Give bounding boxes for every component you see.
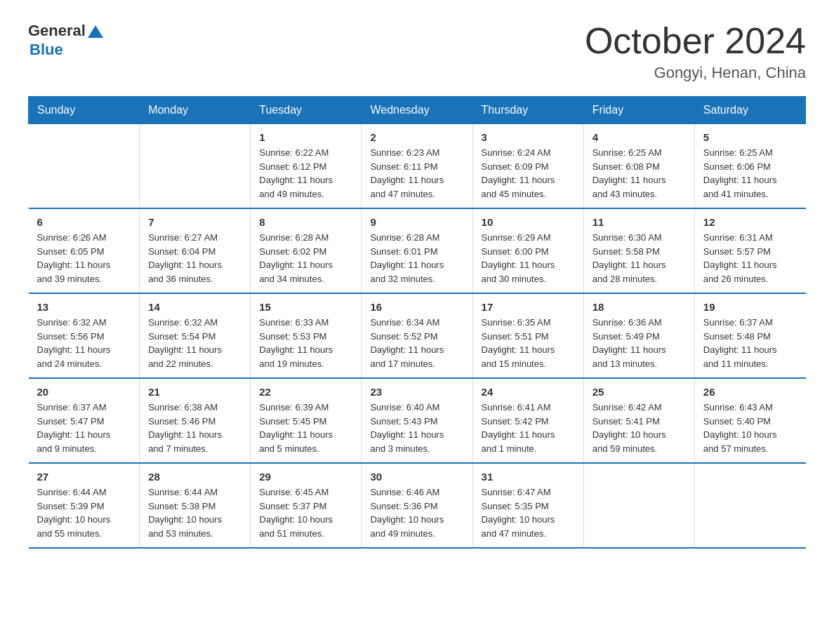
calendar-cell: 3Sunrise: 6:24 AM Sunset: 6:09 PM Daylig… [472, 124, 583, 209]
day-number: 12 [703, 216, 797, 228]
day-info: Sunrise: 6:39 AM Sunset: 5:45 PM Dayligh… [259, 401, 352, 455]
calendar-cell [140, 124, 251, 209]
day-number: 30 [370, 471, 463, 483]
title-block: October 2024 Gongyi, Henan, China [585, 21, 806, 82]
calendar-cell: 5Sunrise: 6:25 AM Sunset: 6:06 PM Daylig… [694, 124, 805, 209]
day-info: Sunrise: 6:40 AM Sunset: 5:43 PM Dayligh… [370, 401, 463, 455]
calendar-cell: 4Sunrise: 6:25 AM Sunset: 6:08 PM Daylig… [583, 124, 694, 209]
calendar-cell: 21Sunrise: 6:38 AM Sunset: 5:46 PM Dayli… [140, 378, 251, 463]
day-info: Sunrise: 6:36 AM Sunset: 5:49 PM Dayligh… [593, 316, 686, 370]
day-number: 11 [593, 216, 686, 228]
day-number: 23 [370, 386, 463, 398]
day-number: 7 [148, 216, 241, 228]
location-title: Gongyi, Henan, China [585, 64, 806, 82]
day-info: Sunrise: 6:28 AM Sunset: 6:01 PM Dayligh… [370, 231, 463, 286]
day-number: 15 [259, 301, 352, 313]
calendar-cell: 17Sunrise: 6:35 AM Sunset: 5:51 PM Dayli… [472, 293, 583, 378]
calendar-header-row: SundayMondayTuesdayWednesdayThursdayFrid… [29, 97, 806, 124]
day-number: 6 [37, 216, 131, 228]
calendar-cell [29, 124, 140, 209]
day-info: Sunrise: 6:37 AM Sunset: 5:48 PM Dayligh… [703, 316, 797, 370]
calendar-cell: 18Sunrise: 6:36 AM Sunset: 5:49 PM Dayli… [583, 293, 694, 378]
day-number: 1 [259, 131, 352, 143]
day-number: 4 [593, 131, 686, 143]
calendar-cell: 27Sunrise: 6:44 AM Sunset: 5:39 PM Dayli… [29, 463, 140, 548]
day-number: 27 [37, 471, 131, 483]
day-number: 13 [37, 301, 131, 313]
calendar-cell: 20Sunrise: 6:37 AM Sunset: 5:47 PM Dayli… [29, 378, 140, 463]
day-info: Sunrise: 6:32 AM Sunset: 5:56 PM Dayligh… [37, 316, 131, 370]
calendar-cell: 26Sunrise: 6:43 AM Sunset: 5:40 PM Dayli… [694, 378, 805, 463]
column-header-friday: Friday [583, 97, 694, 124]
calendar-cell: 2Sunrise: 6:23 AM Sunset: 6:11 PM Daylig… [362, 124, 472, 209]
day-number: 26 [703, 386, 797, 398]
day-info: Sunrise: 6:34 AM Sunset: 5:52 PM Dayligh… [370, 316, 463, 370]
column-header-saturday: Saturday [694, 97, 805, 124]
calendar-cell: 29Sunrise: 6:45 AM Sunset: 5:37 PM Dayli… [251, 463, 362, 548]
day-info: Sunrise: 6:35 AM Sunset: 5:51 PM Dayligh… [482, 316, 575, 370]
logo-triangle-icon [88, 22, 103, 38]
day-info: Sunrise: 6:29 AM Sunset: 6:00 PM Dayligh… [482, 231, 575, 286]
day-info: Sunrise: 6:38 AM Sunset: 5:46 PM Dayligh… [148, 401, 241, 455]
day-number: 9 [370, 216, 463, 228]
day-info: Sunrise: 6:45 AM Sunset: 5:37 PM Dayligh… [259, 485, 352, 540]
day-info: Sunrise: 6:26 AM Sunset: 6:05 PM Dayligh… [37, 231, 131, 286]
calendar-cell: 24Sunrise: 6:41 AM Sunset: 5:42 PM Dayli… [472, 378, 583, 463]
calendar-cell: 7Sunrise: 6:27 AM Sunset: 6:04 PM Daylig… [140, 208, 251, 293]
calendar-cell: 15Sunrise: 6:33 AM Sunset: 5:53 PM Dayli… [251, 293, 362, 378]
day-info: Sunrise: 6:42 AM Sunset: 5:41 PM Dayligh… [593, 401, 686, 455]
column-header-thursday: Thursday [472, 97, 583, 124]
calendar-cell: 6Sunrise: 6:26 AM Sunset: 6:05 PM Daylig… [29, 208, 140, 293]
calendar-cell: 19Sunrise: 6:37 AM Sunset: 5:48 PM Dayli… [694, 293, 805, 378]
calendar-cell: 22Sunrise: 6:39 AM Sunset: 5:45 PM Dayli… [251, 378, 362, 463]
calendar-cell: 1Sunrise: 6:22 AM Sunset: 6:12 PM Daylig… [251, 124, 362, 209]
day-info: Sunrise: 6:47 AM Sunset: 5:35 PM Dayligh… [482, 485, 575, 540]
column-header-sunday: Sunday [29, 97, 140, 124]
day-number: 22 [259, 386, 352, 398]
column-header-tuesday: Tuesday [251, 97, 362, 124]
day-info: Sunrise: 6:46 AM Sunset: 5:36 PM Dayligh… [370, 485, 463, 540]
calendar-cell: 30Sunrise: 6:46 AM Sunset: 5:36 PM Dayli… [362, 463, 472, 548]
logo-general-text: General [28, 22, 86, 40]
column-header-wednesday: Wednesday [362, 97, 472, 124]
calendar-cell: 13Sunrise: 6:32 AM Sunset: 5:56 PM Dayli… [29, 293, 140, 378]
page-header: General Blue October 2024 Gongyi, Henan,… [28, 21, 806, 82]
day-info: Sunrise: 6:37 AM Sunset: 5:47 PM Dayligh… [37, 401, 131, 455]
calendar-cell: 12Sunrise: 6:31 AM Sunset: 5:57 PM Dayli… [694, 208, 805, 293]
day-number: 17 [482, 301, 575, 313]
day-info: Sunrise: 6:30 AM Sunset: 5:58 PM Dayligh… [593, 231, 686, 286]
day-info: Sunrise: 6:28 AM Sunset: 6:02 PM Dayligh… [259, 231, 352, 286]
day-number: 28 [148, 471, 241, 483]
day-number: 31 [482, 471, 575, 483]
day-info: Sunrise: 6:32 AM Sunset: 5:54 PM Dayligh… [148, 316, 241, 370]
day-info: Sunrise: 6:25 AM Sunset: 6:08 PM Dayligh… [593, 146, 686, 201]
calendar-cell: 11Sunrise: 6:30 AM Sunset: 5:58 PM Dayli… [583, 208, 694, 293]
day-number: 20 [37, 386, 131, 398]
logo-blue-text: Blue [28, 41, 103, 59]
calendar-cell [694, 463, 805, 548]
day-info: Sunrise: 6:23 AM Sunset: 6:11 PM Dayligh… [370, 146, 463, 201]
month-title: October 2024 [585, 21, 806, 61]
calendar-cell: 9Sunrise: 6:28 AM Sunset: 6:01 PM Daylig… [362, 208, 472, 293]
calendar-cell: 31Sunrise: 6:47 AM Sunset: 5:35 PM Dayli… [472, 463, 583, 548]
calendar-cell: 10Sunrise: 6:29 AM Sunset: 6:00 PM Dayli… [472, 208, 583, 293]
day-info: Sunrise: 6:31 AM Sunset: 5:57 PM Dayligh… [703, 231, 797, 286]
day-number: 5 [703, 131, 797, 143]
day-number: 2 [370, 131, 463, 143]
day-info: Sunrise: 6:43 AM Sunset: 5:40 PM Dayligh… [703, 401, 797, 455]
calendar-cell: 14Sunrise: 6:32 AM Sunset: 5:54 PM Dayli… [140, 293, 251, 378]
calendar-week-row: 13Sunrise: 6:32 AM Sunset: 5:56 PM Dayli… [29, 293, 806, 378]
day-info: Sunrise: 6:27 AM Sunset: 6:04 PM Dayligh… [148, 231, 241, 286]
day-number: 18 [593, 301, 686, 313]
calendar-cell [583, 463, 694, 548]
day-number: 8 [259, 216, 352, 228]
day-number: 10 [482, 216, 575, 228]
calendar-cell: 28Sunrise: 6:44 AM Sunset: 5:38 PM Dayli… [140, 463, 251, 548]
calendar-week-row: 27Sunrise: 6:44 AM Sunset: 5:39 PM Dayli… [29, 463, 806, 548]
day-number: 19 [703, 301, 797, 313]
day-number: 24 [482, 386, 575, 398]
calendar-cell: 16Sunrise: 6:34 AM Sunset: 5:52 PM Dayli… [362, 293, 472, 378]
day-info: Sunrise: 6:25 AM Sunset: 6:06 PM Dayligh… [703, 146, 797, 201]
day-number: 3 [482, 131, 575, 143]
day-number: 25 [593, 386, 686, 398]
